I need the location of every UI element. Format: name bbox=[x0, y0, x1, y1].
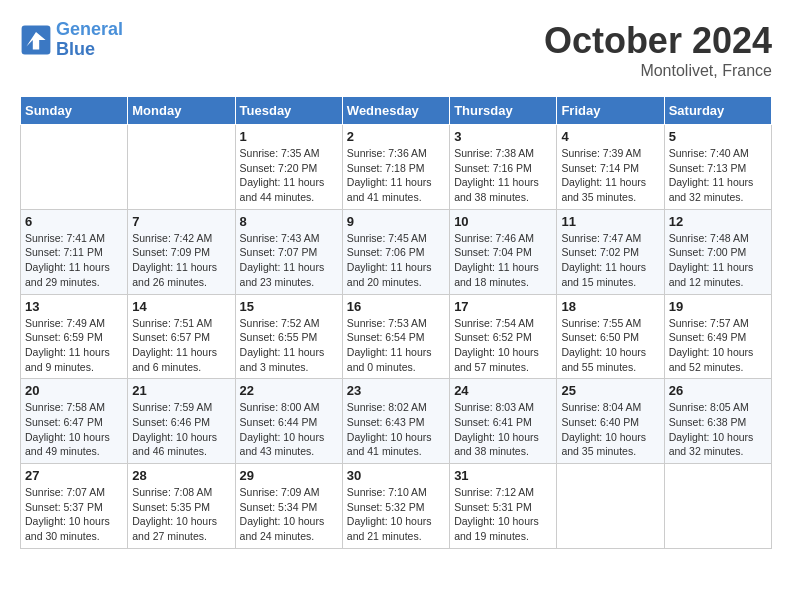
calendar-cell: 4Sunrise: 7:39 AMSunset: 7:14 PMDaylight… bbox=[557, 125, 664, 210]
day-number: 31 bbox=[454, 468, 552, 483]
day-number: 29 bbox=[240, 468, 338, 483]
title-block: October 2024 Montolivet, France bbox=[544, 20, 772, 80]
calendar-cell: 7Sunrise: 7:42 AMSunset: 7:09 PMDaylight… bbox=[128, 209, 235, 294]
calendar-week-2: 13Sunrise: 7:49 AMSunset: 6:59 PMDayligh… bbox=[21, 294, 772, 379]
day-number: 26 bbox=[669, 383, 767, 398]
day-info: Sunrise: 8:03 AMSunset: 6:41 PMDaylight:… bbox=[454, 400, 552, 459]
header-row: SundayMondayTuesdayWednesdayThursdayFrid… bbox=[21, 97, 772, 125]
header-day-wednesday: Wednesday bbox=[342, 97, 449, 125]
calendar-cell: 16Sunrise: 7:53 AMSunset: 6:54 PMDayligh… bbox=[342, 294, 449, 379]
calendar-week-0: 1Sunrise: 7:35 AMSunset: 7:20 PMDaylight… bbox=[21, 125, 772, 210]
day-number: 23 bbox=[347, 383, 445, 398]
header-day-sunday: Sunday bbox=[21, 97, 128, 125]
page-header: General Blue October 2024 Montolivet, Fr… bbox=[20, 20, 772, 80]
logo-text: General Blue bbox=[56, 20, 123, 60]
day-info: Sunrise: 7:51 AMSunset: 6:57 PMDaylight:… bbox=[132, 316, 230, 375]
calendar-cell bbox=[557, 464, 664, 549]
calendar-cell bbox=[664, 464, 771, 549]
day-info: Sunrise: 7:38 AMSunset: 7:16 PMDaylight:… bbox=[454, 146, 552, 205]
day-number: 20 bbox=[25, 383, 123, 398]
header-day-monday: Monday bbox=[128, 97, 235, 125]
calendar-week-1: 6Sunrise: 7:41 AMSunset: 7:11 PMDaylight… bbox=[21, 209, 772, 294]
day-info: Sunrise: 7:41 AMSunset: 7:11 PMDaylight:… bbox=[25, 231, 123, 290]
calendar-cell: 1Sunrise: 7:35 AMSunset: 7:20 PMDaylight… bbox=[235, 125, 342, 210]
day-info: Sunrise: 7:53 AMSunset: 6:54 PMDaylight:… bbox=[347, 316, 445, 375]
day-number: 30 bbox=[347, 468, 445, 483]
day-info: Sunrise: 7:35 AMSunset: 7:20 PMDaylight:… bbox=[240, 146, 338, 205]
calendar-cell: 8Sunrise: 7:43 AMSunset: 7:07 PMDaylight… bbox=[235, 209, 342, 294]
day-number: 12 bbox=[669, 214, 767, 229]
day-number: 9 bbox=[347, 214, 445, 229]
day-number: 18 bbox=[561, 299, 659, 314]
calendar-cell: 29Sunrise: 7:09 AMSunset: 5:34 PMDayligh… bbox=[235, 464, 342, 549]
day-number: 4 bbox=[561, 129, 659, 144]
calendar-cell: 28Sunrise: 7:08 AMSunset: 5:35 PMDayligh… bbox=[128, 464, 235, 549]
calendar-cell: 25Sunrise: 8:04 AMSunset: 6:40 PMDayligh… bbox=[557, 379, 664, 464]
day-info: Sunrise: 7:08 AMSunset: 5:35 PMDaylight:… bbox=[132, 485, 230, 544]
day-info: Sunrise: 8:00 AMSunset: 6:44 PMDaylight:… bbox=[240, 400, 338, 459]
calendar-cell: 24Sunrise: 8:03 AMSunset: 6:41 PMDayligh… bbox=[450, 379, 557, 464]
logo-icon bbox=[20, 24, 52, 56]
day-info: Sunrise: 7:10 AMSunset: 5:32 PMDaylight:… bbox=[347, 485, 445, 544]
day-number: 3 bbox=[454, 129, 552, 144]
calendar-week-3: 20Sunrise: 7:58 AMSunset: 6:47 PMDayligh… bbox=[21, 379, 772, 464]
day-number: 6 bbox=[25, 214, 123, 229]
day-info: Sunrise: 7:36 AMSunset: 7:18 PMDaylight:… bbox=[347, 146, 445, 205]
calendar-cell bbox=[21, 125, 128, 210]
calendar-header: SundayMondayTuesdayWednesdayThursdayFrid… bbox=[21, 97, 772, 125]
day-info: Sunrise: 7:40 AMSunset: 7:13 PMDaylight:… bbox=[669, 146, 767, 205]
day-info: Sunrise: 7:45 AMSunset: 7:06 PMDaylight:… bbox=[347, 231, 445, 290]
calendar-cell: 14Sunrise: 7:51 AMSunset: 6:57 PMDayligh… bbox=[128, 294, 235, 379]
day-number: 5 bbox=[669, 129, 767, 144]
calendar-cell: 15Sunrise: 7:52 AMSunset: 6:55 PMDayligh… bbox=[235, 294, 342, 379]
calendar-cell: 18Sunrise: 7:55 AMSunset: 6:50 PMDayligh… bbox=[557, 294, 664, 379]
calendar-cell: 21Sunrise: 7:59 AMSunset: 6:46 PMDayligh… bbox=[128, 379, 235, 464]
calendar-cell: 19Sunrise: 7:57 AMSunset: 6:49 PMDayligh… bbox=[664, 294, 771, 379]
logo: General Blue bbox=[20, 20, 123, 60]
day-number: 16 bbox=[347, 299, 445, 314]
day-info: Sunrise: 7:54 AMSunset: 6:52 PMDaylight:… bbox=[454, 316, 552, 375]
calendar-cell: 12Sunrise: 7:48 AMSunset: 7:00 PMDayligh… bbox=[664, 209, 771, 294]
day-info: Sunrise: 7:39 AMSunset: 7:14 PMDaylight:… bbox=[561, 146, 659, 205]
day-number: 1 bbox=[240, 129, 338, 144]
calendar-cell: 9Sunrise: 7:45 AMSunset: 7:06 PMDaylight… bbox=[342, 209, 449, 294]
calendar-cell: 27Sunrise: 7:07 AMSunset: 5:37 PMDayligh… bbox=[21, 464, 128, 549]
calendar-cell: 5Sunrise: 7:40 AMSunset: 7:13 PMDaylight… bbox=[664, 125, 771, 210]
day-number: 10 bbox=[454, 214, 552, 229]
calendar-cell: 10Sunrise: 7:46 AMSunset: 7:04 PMDayligh… bbox=[450, 209, 557, 294]
header-day-thursday: Thursday bbox=[450, 97, 557, 125]
header-day-friday: Friday bbox=[557, 97, 664, 125]
day-info: Sunrise: 7:52 AMSunset: 6:55 PMDaylight:… bbox=[240, 316, 338, 375]
day-info: Sunrise: 7:46 AMSunset: 7:04 PMDaylight:… bbox=[454, 231, 552, 290]
calendar-cell: 17Sunrise: 7:54 AMSunset: 6:52 PMDayligh… bbox=[450, 294, 557, 379]
calendar-cell: 26Sunrise: 8:05 AMSunset: 6:38 PMDayligh… bbox=[664, 379, 771, 464]
calendar-cell bbox=[128, 125, 235, 210]
day-info: Sunrise: 7:09 AMSunset: 5:34 PMDaylight:… bbox=[240, 485, 338, 544]
day-number: 11 bbox=[561, 214, 659, 229]
month-title: October 2024 bbox=[544, 20, 772, 62]
logo-line2: Blue bbox=[56, 39, 95, 59]
day-number: 22 bbox=[240, 383, 338, 398]
day-number: 17 bbox=[454, 299, 552, 314]
day-info: Sunrise: 7:43 AMSunset: 7:07 PMDaylight:… bbox=[240, 231, 338, 290]
calendar-cell: 13Sunrise: 7:49 AMSunset: 6:59 PMDayligh… bbox=[21, 294, 128, 379]
day-number: 24 bbox=[454, 383, 552, 398]
day-info: Sunrise: 7:48 AMSunset: 7:00 PMDaylight:… bbox=[669, 231, 767, 290]
calendar-week-4: 27Sunrise: 7:07 AMSunset: 5:37 PMDayligh… bbox=[21, 464, 772, 549]
day-number: 19 bbox=[669, 299, 767, 314]
calendar-table: SundayMondayTuesdayWednesdayThursdayFrid… bbox=[20, 96, 772, 549]
day-info: Sunrise: 7:59 AMSunset: 6:46 PMDaylight:… bbox=[132, 400, 230, 459]
calendar-cell: 20Sunrise: 7:58 AMSunset: 6:47 PMDayligh… bbox=[21, 379, 128, 464]
day-number: 25 bbox=[561, 383, 659, 398]
day-info: Sunrise: 7:42 AMSunset: 7:09 PMDaylight:… bbox=[132, 231, 230, 290]
day-info: Sunrise: 8:04 AMSunset: 6:40 PMDaylight:… bbox=[561, 400, 659, 459]
day-number: 7 bbox=[132, 214, 230, 229]
day-number: 8 bbox=[240, 214, 338, 229]
day-number: 14 bbox=[132, 299, 230, 314]
day-number: 27 bbox=[25, 468, 123, 483]
day-info: Sunrise: 7:55 AMSunset: 6:50 PMDaylight:… bbox=[561, 316, 659, 375]
calendar-cell: 31Sunrise: 7:12 AMSunset: 5:31 PMDayligh… bbox=[450, 464, 557, 549]
calendar-cell: 2Sunrise: 7:36 AMSunset: 7:18 PMDaylight… bbox=[342, 125, 449, 210]
logo-line1: General bbox=[56, 19, 123, 39]
day-number: 13 bbox=[25, 299, 123, 314]
